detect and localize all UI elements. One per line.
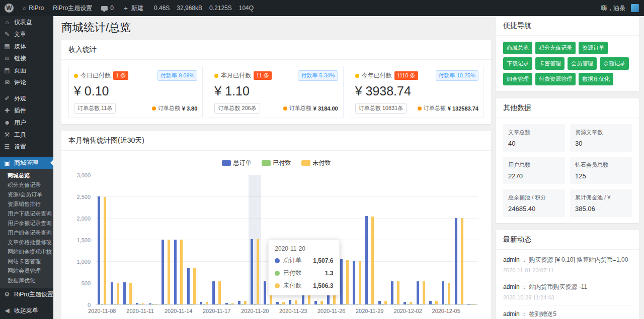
chart-bar-series-0[interactable] xyxy=(187,268,190,304)
chart-bar-series-0[interactable] xyxy=(123,282,126,304)
chart-bar-series-1[interactable] xyxy=(254,304,256,304)
chart-bar-series-1[interactable] xyxy=(330,304,333,304)
chart-bar-series-1[interactable] xyxy=(445,304,447,304)
sidebar-subitem-2[interactable]: 资源/会员订单 xyxy=(0,190,53,199)
sidebar-item-11[interactable]: ▣商城管理 xyxy=(0,157,53,169)
chart-bar-series-1[interactable] xyxy=(267,304,269,304)
chart-bar-series-1[interactable] xyxy=(368,304,371,304)
chart-bar-series-0[interactable] xyxy=(225,303,228,304)
new-content-link[interactable]: ＋ 新建 xyxy=(118,0,148,16)
chart-bar-series-0[interactable] xyxy=(378,301,381,304)
chart-bar-series-2[interactable] xyxy=(180,240,183,304)
chart-bar-series-2[interactable] xyxy=(295,300,297,304)
chart-bar-series-1[interactable] xyxy=(470,304,473,304)
chart-bar-series-2[interactable] xyxy=(282,302,285,304)
sidebar-subitem-4[interactable]: 用户下载记录查询 xyxy=(0,209,53,219)
sidebar-subitem-6[interactable]: 用户佣金记录查询 xyxy=(0,228,53,238)
chart-bar-series-1[interactable] xyxy=(305,304,307,304)
site-link[interactable]: ⌂ RiPro xyxy=(18,0,48,16)
quick-nav-button-9[interactable]: 数据库优化 xyxy=(579,73,613,85)
chart-bar-series-1[interactable] xyxy=(407,304,409,304)
chart-bar-series-2[interactable] xyxy=(129,283,132,304)
chart-bar-series-2[interactable] xyxy=(117,283,119,304)
chart-bar-series-1[interactable] xyxy=(114,304,116,304)
chart-bar-series-0[interactable] xyxy=(136,303,138,304)
sidebar-subitem-3[interactable]: 资源销售排行 xyxy=(0,199,53,209)
chart-bar-series-2[interactable] xyxy=(168,240,170,304)
chart-bar-series-0[interactable] xyxy=(238,301,240,304)
chart-bar-series-1[interactable] xyxy=(177,304,180,304)
chart-bar-series-0[interactable] xyxy=(162,240,164,304)
chart-bar-series-2[interactable] xyxy=(155,304,157,304)
sidebar-subitem-7[interactable]: 文章价格批量修改 xyxy=(0,238,53,247)
avatar[interactable] xyxy=(631,4,639,12)
chart-bar-series-1[interactable] xyxy=(126,304,129,304)
sidebar-item-2[interactable]: ▦媒体 xyxy=(0,40,53,52)
sidebar-subitem-1[interactable]: 积分充值记录 xyxy=(0,180,53,190)
quick-nav-button-4[interactable]: 卡密管理 xyxy=(535,57,565,70)
chart-bar-series-0[interactable] xyxy=(467,304,470,304)
chart-bar-series-0[interactable] xyxy=(264,281,266,304)
chart-bar-series-2[interactable] xyxy=(193,268,196,304)
chart-bar-series-1[interactable] xyxy=(317,304,320,304)
chart-bar-series-1[interactable] xyxy=(228,304,231,304)
quick-nav-button-2[interactable]: 资源订单 xyxy=(579,42,608,54)
chart-bar-series-0[interactable] xyxy=(340,259,343,304)
chart-bar-series-2[interactable] xyxy=(206,302,208,304)
legend-item-2[interactable]: 未付数 xyxy=(301,159,331,167)
chart-bar-series-1[interactable] xyxy=(343,304,346,304)
chart-bar-series-0[interactable] xyxy=(212,281,215,304)
quick-nav-button-3[interactable]: 下载记录 xyxy=(503,57,532,70)
chart-bar-series-0[interactable] xyxy=(98,196,100,304)
chart-bar-series-0[interactable] xyxy=(174,240,177,304)
chart-bar-series-1[interactable] xyxy=(381,304,384,304)
quick-nav-button-6[interactable]: 余额记录 xyxy=(600,57,629,70)
chart-bar-series-2[interactable] xyxy=(231,303,234,304)
chart-bar-series-1[interactable] xyxy=(420,304,422,304)
chart-bar-series-2[interactable] xyxy=(244,301,247,304)
chart-bar-series-0[interactable] xyxy=(111,282,113,304)
chart-bar-series-1[interactable] xyxy=(356,304,358,304)
chart-bar-series-2[interactable] xyxy=(320,301,323,304)
chart-bar-series-0[interactable] xyxy=(353,261,355,304)
chart-bar-series-2[interactable] xyxy=(435,301,438,304)
theme-settings-link[interactable]: RiPro主题设置 xyxy=(48,0,97,16)
legend-item-0[interactable]: 总订单 xyxy=(222,159,252,167)
chart-bar-series-2[interactable] xyxy=(257,239,259,304)
chart-bar-series-0[interactable] xyxy=(276,302,279,304)
chart-bar-series-1[interactable] xyxy=(152,304,154,304)
chart-bar-series-2[interactable] xyxy=(359,261,361,304)
sidebar-subitem-0[interactable]: 商城总览 xyxy=(0,171,53,180)
chart-bar-series-2[interactable] xyxy=(397,281,399,304)
sidebar-subitem-8[interactable]: 网站佣金提现审核 xyxy=(0,247,53,257)
chart-bar-series-0[interactable] xyxy=(365,216,368,304)
sidebar-item-10[interactable]: ☰设置 xyxy=(0,141,53,153)
chart-bar-series-1[interactable] xyxy=(241,304,244,304)
comments-link[interactable]: 0 xyxy=(97,0,118,16)
chart-bar-series-1[interactable] xyxy=(203,304,205,304)
chart-bar-series-1[interactable] xyxy=(292,304,294,304)
sidebar-item-6[interactable]: ✐外观 xyxy=(0,92,53,104)
sidebar-item-0[interactable]: ⌂仪表盘 xyxy=(0,16,53,28)
quick-nav-button-1[interactable]: 积分充值记录 xyxy=(535,42,576,54)
chart-bar-series-1[interactable] xyxy=(432,304,435,304)
chart-bar-series-2[interactable] xyxy=(410,302,412,304)
chart-bar-series-2[interactable] xyxy=(371,217,374,304)
chart-bar-series-2[interactable] xyxy=(448,283,450,304)
chart-bar-series-1[interactable] xyxy=(215,304,218,304)
chart-bar-series-0[interactable] xyxy=(429,301,432,304)
chart-bar-series-1[interactable] xyxy=(190,304,193,304)
sidebar-item-3[interactable]: ∞链接 xyxy=(0,52,53,64)
chart-bar-series-0[interactable] xyxy=(251,239,253,304)
chart-bar-series-2[interactable] xyxy=(461,218,463,304)
sidebar-item-1[interactable]: ✎文章 xyxy=(0,28,53,40)
quick-nav-button-5[interactable]: 会员管理 xyxy=(568,57,597,70)
chart-bar-series-0[interactable] xyxy=(455,218,457,304)
chart-bar-series-1[interactable] xyxy=(394,304,396,304)
chart-bar-series-1[interactable] xyxy=(458,304,460,304)
sidebar-item-5[interactable]: ✉评论 xyxy=(0,76,53,88)
chart-bar-series-0[interactable] xyxy=(149,303,151,304)
legend-item-1[interactable]: 已付数 xyxy=(262,159,291,167)
quick-nav-button-0[interactable]: 商城总览 xyxy=(503,42,532,54)
chart-bar-series-2[interactable] xyxy=(346,260,349,304)
